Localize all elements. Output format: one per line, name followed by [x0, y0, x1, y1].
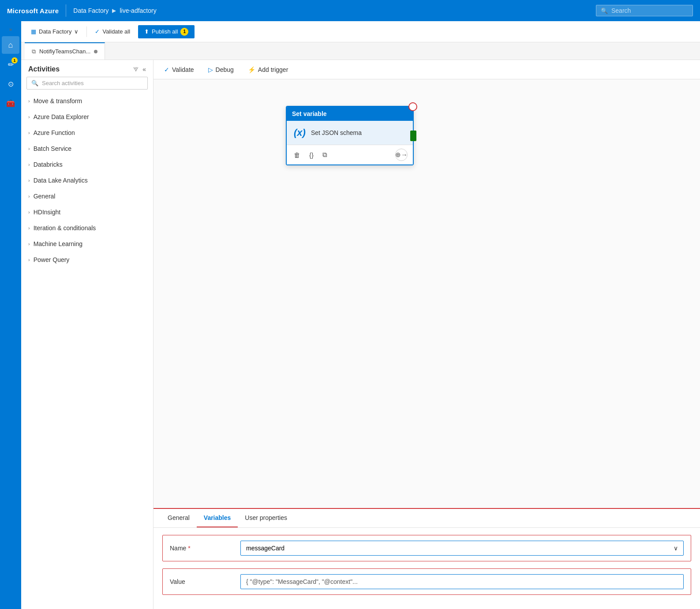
activity-category-item[interactable]: ›Data Lake Analytics — [21, 172, 153, 188]
df-icon: ▦ — [31, 28, 36, 35]
collapse-icon[interactable]: ⩔ — [133, 66, 139, 73]
activities-list: ›Move & transform›Azure Data Explorer›Az… — [21, 93, 153, 609]
icon-sidebar: » ⌂ ✏ 1 ⊙ 🧰 — [0, 21, 21, 609]
app-layout: » ⌂ ✏ 1 ⊙ 🧰 ▦ Data Factory ∨ ✓ Validate — [0, 21, 700, 609]
tab-notify-teams[interactable]: ⧉ NotifiyTeamsChan... — [25, 42, 105, 60]
nav-live-adfactory[interactable]: live-adfactory — [120, 7, 156, 14]
monitor-icon: ⊙ — [8, 80, 14, 88]
df-chevron-down-icon: ∨ — [74, 28, 79, 35]
publish-icon: ⬆ — [144, 28, 149, 35]
tab-general-label: General — [168, 514, 190, 521]
card-error-indicator — [408, 102, 417, 111]
value-form-row: Value — [162, 568, 691, 595]
name-form-row: Name * messageCard ∨ — [162, 535, 691, 561]
sidebar-home-btn[interactable]: ⌂ — [2, 36, 19, 54]
top-search-input[interactable] — [611, 7, 688, 14]
card-success-bar — [410, 131, 416, 141]
nav-data-factory[interactable]: Data Factory — [73, 7, 109, 14]
activities-search-input[interactable] — [42, 80, 143, 86]
sidebar-edit-btn[interactable]: ✏ 1 — [2, 56, 19, 73]
search-icon: 🔍 — [31, 80, 38, 86]
category-chevron-icon: › — [28, 209, 30, 215]
category-chevron-icon: › — [28, 178, 30, 183]
validate-btn[interactable]: ✓ Validate — [161, 64, 198, 76]
activity-category-item[interactable]: ›Azure Data Explorer — [21, 109, 153, 125]
card-copy-btn[interactable]: ⧉ — [321, 149, 329, 161]
value-label: Value — [170, 578, 240, 585]
publish-label: Publish all — [152, 28, 178, 35]
name-select-value: messageCard — [246, 545, 284, 552]
activity-category-item[interactable]: ›HDInsight — [21, 204, 153, 220]
card-body-label: Set JSON schema — [311, 129, 362, 136]
bottom-tabs: General Variables User properties — [153, 509, 700, 528]
tab-general[interactable]: General — [161, 509, 197, 527]
tab-pipeline-icon: ⧉ — [32, 48, 36, 55]
activity-category-item[interactable]: ›Databricks — [21, 157, 153, 172]
activities-controls: ⩔ « — [133, 66, 146, 73]
category-chevron-icon: › — [28, 98, 30, 104]
set-variable-card[interactable]: Set variable (x) Set JSON schema 🗑 {} ⧉ … — [286, 106, 414, 165]
value-input-wrap — [240, 574, 684, 589]
collapse-left-icon[interactable]: « — [142, 66, 146, 73]
card-header-label: Set variable — [292, 110, 327, 117]
tab-variables[interactable]: Variables — [197, 509, 238, 527]
debug-btn-label: Debug — [216, 66, 234, 73]
briefcase-icon: 🧰 — [6, 99, 15, 108]
name-select[interactable]: messageCard ∨ — [240, 541, 684, 556]
toolbar: ▦ Data Factory ∨ ✓ Validate all ⬆ Publis… — [21, 21, 700, 42]
card-delete-btn[interactable]: 🗑 — [292, 149, 302, 161]
tab-user-properties[interactable]: User properties — [238, 509, 294, 527]
add-trigger-btn[interactable]: ⚡ Add trigger — [244, 64, 292, 76]
activity-category-item[interactable]: ›Move & transform — [21, 93, 153, 109]
sidebar-expand-toggle[interactable]: » — [7, 25, 14, 34]
card-header: Set variable — [287, 107, 413, 121]
name-select-chevron-icon: ∨ — [674, 545, 678, 552]
tab-bar: ⧉ NotifiyTeamsChan... — [21, 42, 700, 60]
name-label: Name * — [170, 545, 240, 552]
category-chevron-icon: › — [28, 130, 30, 135]
top-nav: Data Factory ▶ live-adfactory — [73, 7, 156, 14]
activity-category-item[interactable]: ›Azure Function — [21, 125, 153, 141]
canvas-toolbar: ✓ Validate ▷ Debug ⚡ Add trigger — [153, 60, 700, 79]
edit-badge: 1 — [11, 57, 18, 64]
category-chevron-icon: › — [28, 257, 30, 262]
category-chevron-icon: › — [28, 241, 30, 247]
top-search-box[interactable]: 🔍 — [596, 5, 693, 16]
add-trigger-label: Add trigger — [258, 66, 288, 73]
tab-variables-label: Variables — [204, 514, 231, 521]
category-chevron-icon: › — [28, 114, 30, 120]
tab-modified-dot — [94, 50, 97, 53]
activities-header: Activities ⩔ « — [21, 60, 153, 77]
card-variables-btn[interactable]: {} — [307, 149, 315, 161]
value-input[interactable] — [240, 574, 684, 589]
category-chevron-icon: › — [28, 194, 30, 199]
activities-panel: Activities ⩔ « 🔍 ›Move & transform›Azure… — [21, 60, 153, 609]
activity-category-item[interactable]: ›Machine Learning — [21, 236, 153, 252]
data-factory-dropdown[interactable]: ▦ Data Factory ∨ — [26, 26, 83, 37]
activity-category-item[interactable]: ›General — [21, 188, 153, 204]
activity-category-item[interactable]: ›Power Query — [21, 252, 153, 268]
publish-all-btn[interactable]: ⬆ Publish all 1 — [138, 25, 195, 38]
canvas: Set variable (x) Set JSON schema 🗑 {} ⧉ … — [153, 79, 700, 508]
activities-search-box[interactable]: 🔍 — [26, 77, 148, 90]
nav-chevron: ▶ — [112, 7, 116, 14]
validate-btn-label: Validate — [172, 66, 194, 73]
category-chevron-icon: › — [28, 146, 30, 151]
name-input-wrap: messageCard ∨ — [240, 541, 684, 556]
content-area: ▦ Data Factory ∨ ✓ Validate all ⬆ Publis… — [21, 21, 700, 609]
validate-all-btn[interactable]: ✓ Validate all — [90, 26, 135, 37]
toolbar-divider-1 — [86, 26, 87, 37]
sidebar-monitor-btn[interactable]: ⊙ — [2, 75, 19, 93]
bottom-panel: General Variables User properties Name — [153, 508, 700, 609]
card-connect-btn[interactable]: ⊕→ — [395, 149, 408, 161]
brand-label: Microsoft Azure — [7, 7, 59, 15]
card-footer: 🗑 {} ⧉ ⊕→ — [287, 145, 413, 164]
top-divider — [66, 4, 66, 17]
category-chevron-icon: › — [28, 225, 30, 231]
debug-btn[interactable]: ▷ Debug — [205, 64, 237, 76]
name-required-indicator: * — [188, 545, 190, 552]
activity-category-item[interactable]: ›Iteration & conditionals — [21, 220, 153, 236]
sidebar-manage-btn[interactable]: 🧰 — [2, 94, 19, 112]
activity-category-item[interactable]: ›Batch Service — [21, 141, 153, 157]
activities-title: Activities — [28, 65, 60, 73]
